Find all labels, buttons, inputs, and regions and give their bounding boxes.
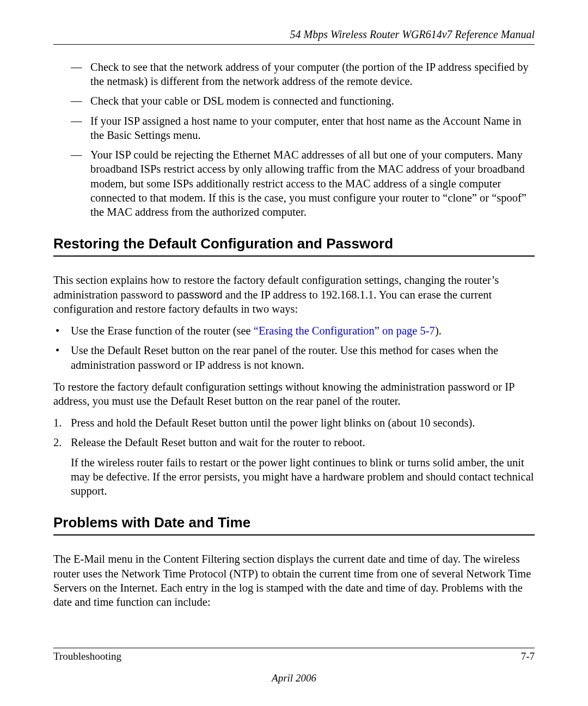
text: Release the Default Reset button and wai… — [71, 436, 365, 448]
cross-reference-link[interactable]: “Erasing the Configuration” on page 5-7 — [254, 325, 435, 337]
section-heading-datetime: Problems with Date and Time — [53, 514, 535, 535]
page-footer: Troubleshooting 7-7 April 2006 — [53, 637, 535, 684]
numbered-list: Press and hold the Default Reset button … — [53, 416, 535, 498]
step-item: Press and hold the Default Reset button … — [53, 416, 535, 430]
inline-code: password — [177, 289, 222, 301]
footer-section-label: Troubleshooting — [53, 650, 121, 662]
dash-item: Your ISP could be rejecting the Ethernet… — [71, 148, 535, 219]
dash-item: Check to see that the network address of… — [71, 60, 535, 88]
dash-item: If your ISP assigned a host name to your… — [71, 114, 535, 142]
step-note: If the wireless router fails to restart … — [71, 455, 535, 498]
body-paragraph: To restore the factory default configura… — [53, 380, 535, 408]
page-number: 7-7 — [521, 650, 535, 662]
text: ). — [435, 325, 442, 337]
footer-date: April 2006 — [53, 672, 535, 684]
body-paragraph: The E-Mail menu in the Content Filtering… — [53, 552, 535, 609]
bullet-item: Use the Erase function of the router (se… — [53, 324, 535, 338]
dash-item: Check that your cable or DSL modem is co… — [71, 94, 535, 108]
step-item: Release the Default Reset button and wai… — [53, 435, 535, 498]
text: Press and hold the Default Reset button … — [71, 417, 475, 429]
text: Use the Erase function of the router (se… — [71, 325, 254, 337]
section-heading-restoring: Restoring the Default Configuration and … — [53, 235, 535, 257]
bullet-list: Use the Erase function of the router (se… — [53, 324, 535, 372]
body-paragraph: This section explains how to restore the… — [53, 273, 535, 316]
bullet-item: Use the Default Reset button on the rear… — [53, 343, 535, 372]
document-page: 54 Mbps Wireless Router WGR614v7 Referen… — [0, 0, 588, 706]
dash-list: Check to see that the network address of… — [53, 60, 535, 219]
running-header: 54 Mbps Wireless Router WGR614v7 Referen… — [53, 28, 535, 45]
